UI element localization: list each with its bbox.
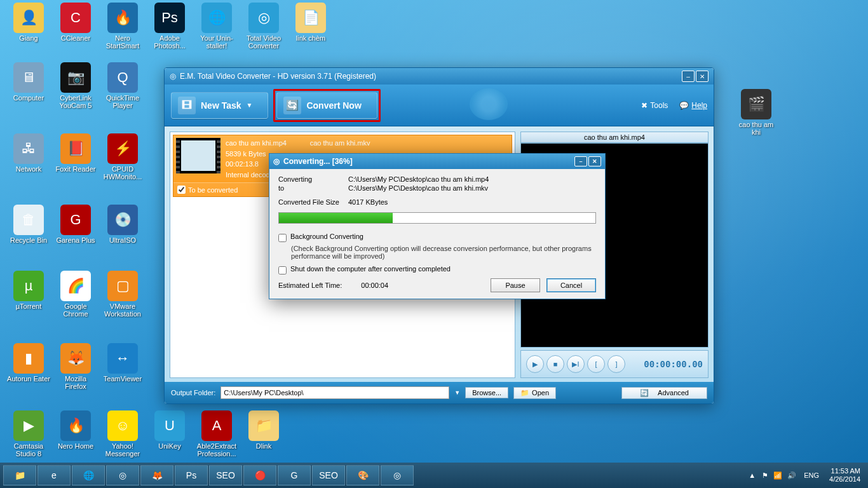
to-path: C:\Users\My PC\Desktop\cao thu am khi.mk… bbox=[348, 184, 596, 192]
desktop-icon[interactable]: 🖧Network bbox=[6, 133, 51, 173]
desktop-icon[interactable]: 🌈Google Chrome bbox=[53, 271, 98, 318]
tray-flag-icon[interactable]: ⚑ bbox=[762, 471, 768, 480]
desktop-icon[interactable]: PsAdobe Photosh... bbox=[147, 3, 192, 50]
help-icon: 💬 bbox=[679, 101, 689, 110]
stop-button[interactable]: ■ bbox=[546, 355, 564, 373]
desktop-icon[interactable]: 📄link chèm bbox=[288, 3, 333, 42]
browse-button[interactable]: Browse... bbox=[465, 387, 508, 398]
desktop-icon[interactable]: 🗑Recycle Bin bbox=[6, 205, 51, 244]
icon-glyph: 🌈 bbox=[60, 271, 91, 301]
convert-now-highlight: 🔄 Convert Now bbox=[273, 89, 380, 122]
desktop-icon[interactable]: 🔥Nero StartSmart bbox=[100, 3, 145, 50]
dialog-minimize-button[interactable]: – bbox=[574, 156, 587, 166]
taskbar-item[interactable]: 📁 bbox=[3, 465, 36, 485]
tools-link[interactable]: ✖Tools bbox=[641, 101, 668, 110]
desktop-icon[interactable]: 📁Dlink bbox=[241, 410, 286, 450]
convert-now-label: Convert Now bbox=[306, 100, 361, 111]
next-button[interactable]: ▶I bbox=[567, 355, 585, 373]
file-source-name: cao thu am khi.mp4 bbox=[226, 139, 287, 147]
clock-date: 4/26/2014 bbox=[829, 475, 860, 484]
desktop-icon[interactable]: 🖥Computer bbox=[6, 62, 51, 102]
icon-label: Nero StartSmart bbox=[100, 34, 145, 50]
icon-label: link chèm bbox=[296, 34, 325, 42]
desktop-icon[interactable]: GGarena Plus bbox=[53, 205, 98, 244]
icon-label: Computer bbox=[13, 94, 44, 102]
icon-label: UltraISO bbox=[109, 236, 136, 244]
mark-in-button[interactable]: [ bbox=[587, 355, 605, 373]
taskbar-item[interactable]: 🔴 bbox=[243, 465, 276, 485]
taskbar-item[interactable]: G bbox=[278, 465, 311, 485]
tray-volume-icon[interactable]: 🔊 bbox=[787, 471, 796, 480]
language-indicator[interactable]: ENG bbox=[804, 471, 819, 479]
taskbar-item[interactable]: 🦊 bbox=[140, 465, 173, 485]
taskbar-item[interactable]: ◎ bbox=[381, 465, 414, 485]
dialog-titlebar[interactable]: ◎ Converting... [36%] – ✕ bbox=[269, 154, 605, 169]
desktop-icon[interactable]: AAble2Extract Profession... bbox=[194, 410, 239, 458]
icon-label: Adobe Photosh... bbox=[147, 34, 192, 50]
icon-glyph: 🌐 bbox=[201, 3, 232, 33]
desktop-icon[interactable]: CCCleaner bbox=[53, 3, 98, 42]
taskbar-item[interactable]: SEO bbox=[312, 465, 345, 485]
taskbar-item[interactable]: Ps bbox=[175, 465, 208, 485]
taskbar-clock[interactable]: 11:53 AM 4/26/2014 bbox=[824, 467, 865, 484]
desktop-icon[interactable]: ⚡CPUID HWMonito... bbox=[100, 133, 145, 180]
close-button[interactable]: ✕ bbox=[696, 71, 709, 82]
icon-label: Garena Plus bbox=[56, 236, 95, 244]
output-folder-input[interactable] bbox=[220, 386, 449, 399]
cancel-button[interactable]: Cancel bbox=[546, 278, 596, 292]
chevron-down-icon[interactable]: ▼ bbox=[454, 390, 460, 396]
desktop-icon[interactable]: 🦊Mozilla Firefox bbox=[53, 343, 98, 390]
desktop-icon[interactable]: 🔥Nero Home bbox=[53, 410, 98, 450]
shutdown-checkbox[interactable] bbox=[278, 266, 287, 274]
help-link[interactable]: 💬Help bbox=[679, 101, 707, 110]
tray-up-icon[interactable]: ▲ bbox=[749, 471, 756, 479]
pause-button[interactable]: Pause bbox=[491, 278, 540, 292]
minimize-button[interactable]: – bbox=[682, 71, 695, 82]
taskbar-item[interactable]: 🌐 bbox=[72, 465, 105, 485]
icon-label: Yahoo! Messenger bbox=[100, 442, 145, 458]
icon-glyph: 🗑 bbox=[13, 205, 44, 235]
desktop-icon[interactable]: ☺Yahoo! Messenger bbox=[100, 410, 145, 458]
filesize-label: Converted File Size bbox=[278, 198, 348, 206]
desktop-icon[interactable]: 🎬cao thu am khi bbox=[734, 89, 778, 136]
shutdown-label: Shut down the computer after converting … bbox=[290, 265, 451, 273]
desktop-icon[interactable]: ▮Autorun Eater bbox=[6, 343, 51, 383]
desktop-icon[interactable]: ▢VMware Workstation bbox=[100, 271, 145, 318]
icon-label: VMware Workstation bbox=[100, 302, 145, 318]
convert-now-button[interactable]: 🔄 Convert Now bbox=[276, 92, 377, 119]
desktop-icon[interactable]: 👤Giang bbox=[6, 3, 51, 42]
background-converting-checkbox[interactable] bbox=[278, 234, 287, 242]
desktop-icon[interactable]: 📕Foxit Reader bbox=[53, 133, 98, 173]
to-convert-checkbox[interactable] bbox=[177, 186, 186, 194]
dialog-close-button[interactable]: ✕ bbox=[588, 156, 601, 166]
mark-out-button[interactable]: ] bbox=[607, 355, 625, 373]
clock-time: 11:53 AM bbox=[829, 467, 860, 475]
new-task-button[interactable]: 🎞 New Task ▼ bbox=[171, 92, 268, 119]
desktop-icon[interactable]: UUniKey bbox=[147, 410, 192, 450]
taskbar-item[interactable]: ◎ bbox=[106, 465, 139, 485]
desktop-icon[interactable]: ◎Total Video Converter bbox=[241, 3, 286, 50]
icon-label: Mozilla Firefox bbox=[53, 375, 98, 390]
icon-label: QuickTime Player bbox=[100, 94, 145, 109]
desktop-icon[interactable]: 💿UltraISO bbox=[100, 205, 145, 244]
desktop-icon[interactable]: ↔TeamViewer bbox=[100, 343, 145, 383]
window-titlebar[interactable]: ◎ E.M. Total Video Converter - HD versio… bbox=[165, 68, 714, 85]
icon-label: CPUID HWMonito... bbox=[100, 165, 145, 180]
desktop-icon[interactable]: QQuickTime Player bbox=[100, 62, 145, 109]
background-converting-hint: (Check Background Converting option will… bbox=[291, 245, 596, 260]
advanced-button[interactable]: 🔄 Advanced bbox=[621, 387, 707, 399]
player-time: 00:00:00.00 bbox=[644, 359, 703, 369]
progress-bar bbox=[278, 212, 596, 224]
desktop-icon[interactable]: 🌐Your Unin-staller! bbox=[194, 3, 239, 50]
taskbar-item[interactable]: e bbox=[37, 465, 71, 485]
desktop-icon[interactable]: 📷CyberLink YouCam 5 bbox=[53, 62, 98, 109]
icon-label: cao thu am khi bbox=[734, 121, 778, 136]
taskbar-item[interactable]: 🎨 bbox=[346, 465, 379, 485]
desktop-icon[interactable]: µµTorrent bbox=[6, 271, 51, 310]
tray-network-icon[interactable]: 📶 bbox=[773, 471, 782, 480]
taskbar-item[interactable]: SEO bbox=[209, 465, 242, 485]
desktop-icon[interactable]: ▶Camtasia Studio 8 bbox=[6, 410, 51, 458]
play-button[interactable]: ▶ bbox=[526, 355, 544, 373]
film-reel-decoration bbox=[470, 88, 508, 120]
open-button[interactable]: 📁Open bbox=[513, 387, 556, 399]
